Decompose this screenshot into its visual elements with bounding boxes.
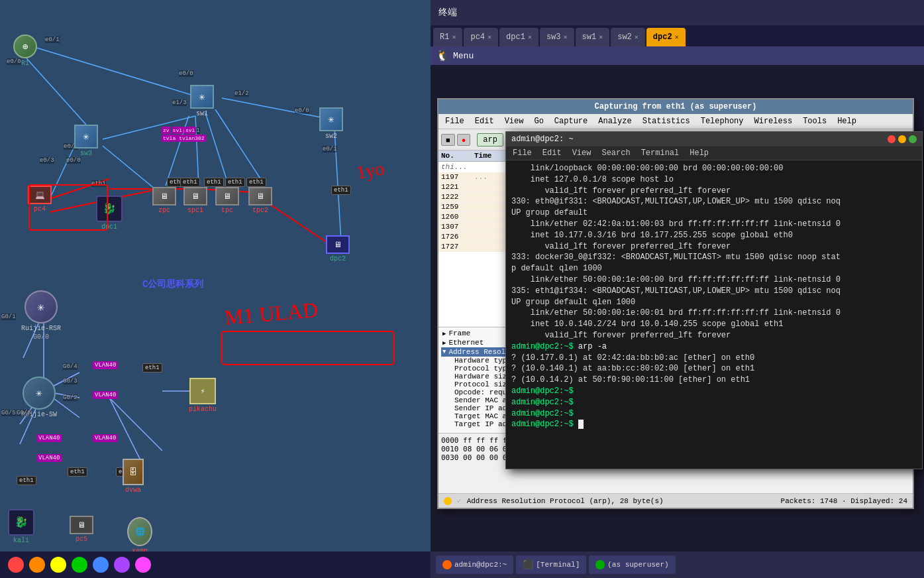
term-menu-help[interactable]: Help [687, 148, 711, 158]
ws-menu-tools[interactable]: Tools [799, 115, 831, 127]
eth-badge-4: eth1 [204, 178, 224, 187]
node-spc1[interactable]: 🖥 spc1 [183, 187, 207, 214]
label-pikachu: pikachu [189, 406, 217, 413]
ws-menu-analyze[interactable]: Analyze [594, 115, 635, 127]
node-zpc[interactable]: 🖥 zpc [152, 187, 176, 214]
iface-e00-sw2: e0/0 [295, 107, 309, 114]
label-sw3: sw3 [80, 150, 92, 157]
ws-menu-wireless[interactable]: Wireless [750, 115, 797, 127]
node-sw3[interactable]: ✳ sw3 [74, 125, 98, 157]
ws-menu-view[interactable]: View [501, 115, 528, 127]
pc-icon-pikachu: ⚡ [189, 378, 216, 404]
tab-close-sw3[interactable]: ✕ [564, 33, 568, 41]
terminal-window-controls[interactable] [888, 135, 917, 143]
ws-menu-help[interactable]: Help [833, 115, 860, 127]
tab-sw3[interactable]: sw3 ✕ [540, 28, 574, 46]
taskbar-term-app[interactable]: ⬛ [Terminal] [516, 555, 586, 574]
indicator-2[interactable] [50, 557, 66, 573]
tab-close-r1[interactable]: ✕ [452, 33, 456, 41]
iface-e12: e1/2 [234, 90, 249, 97]
indicator-3[interactable] [72, 557, 87, 573]
iface-e13: e1/3 [172, 99, 187, 106]
terminal-body[interactable]: link/loopback 00:00:00:00:00:00 brd 00:0… [506, 160, 922, 469]
ws-menu-go[interactable]: Go [530, 115, 547, 127]
maximize-icon[interactable] [909, 135, 917, 143]
term-line-1: inet 127.0.0.1/8 scope host lo [511, 174, 917, 186]
tab-dpc1[interactable]: dpc1 ✕ [499, 28, 539, 46]
indicator-1[interactable] [29, 557, 45, 573]
tab-pc4[interactable]: pc4 ✕ [464, 28, 498, 46]
ws-filter-display[interactable]: arp [477, 133, 503, 146]
node-tpc[interactable]: 🖥 tpc [215, 187, 239, 214]
tab-bar[interactable]: R1 ✕ pc4 ✕ dpc1 ✕ sw3 ✕ sw1 ✕ sw2 ✕ dpc2… [431, 25, 924, 46]
term-line-3: 330: eth0@if331: <BROADCAST,MULTICAST,UP… [511, 196, 917, 207]
ws-menu-statistics[interactable]: Statistics [639, 115, 694, 127]
label-sw1: sw1 [196, 110, 208, 117]
ws-menu-edit[interactable]: Edit [471, 115, 498, 127]
tab-close-dpc2[interactable]: ✕ [675, 33, 679, 41]
minimize-icon[interactable] [898, 135, 906, 143]
tab-close-sw2[interactable]: ✕ [635, 33, 639, 41]
wireshark-title: Capturing from eth1 (as superuser) [595, 102, 757, 111]
ws-menu-file[interactable]: File [441, 115, 468, 127]
term-line-19: ? (10.0.14.2) at 50:f0:90:00:11:00 [ethe… [511, 375, 917, 386]
ws-menu-capture[interactable]: Capture [550, 115, 591, 127]
tab-close-dpc1[interactable]: ✕ [528, 33, 532, 41]
terminal-cursor [578, 420, 584, 429]
term-line-20: admin@dpc2:~$ [511, 386, 917, 397]
term-menu-view[interactable]: View [570, 148, 594, 158]
tab-dpc2[interactable]: dpc2 ✕ [646, 28, 686, 46]
iface-g04: G0/4 [63, 363, 77, 370]
close-icon[interactable] [888, 135, 896, 143]
taskbar-label-term: [Terminal] [536, 561, 580, 569]
label-dpc2: dpc2 [330, 255, 346, 262]
term-line-11: 335: eth1@if334: <BROADCAST,MULTICAST,UP… [511, 286, 917, 297]
term-menu-terminal[interactable]: Terminal [639, 148, 682, 158]
kali-icon: 🐉 [8, 509, 34, 536]
node-dpc2[interactable]: 🖥 dpc2 [326, 235, 350, 262]
node-xamp[interactable]: 🌐 xamp [127, 517, 152, 555]
term-line-15: valid_lft forever preferred_lft forever [511, 330, 917, 341]
term-line-18: ? (10.0.140.1) at aa:bb:cc:80:02:00 [eth… [511, 363, 917, 375]
iface-g05: G0/5 [1, 410, 16, 416]
ws-btn-stop[interactable]: ■ [441, 134, 455, 146]
tab-close-pc4[interactable]: ✕ [488, 33, 491, 41]
node-ruijie-rsr[interactable]: ✳ Ruijie-RSR G0/0 [21, 290, 61, 341]
term-menu-file[interactable]: File [510, 148, 535, 158]
terminal-menu-bar[interactable]: File Edit View Search Terminal Help [506, 146, 922, 160]
tab-sw2[interactable]: sw2 ✕ [611, 28, 645, 46]
taskbar-terminal[interactable]: admin@dpc2:~ [436, 555, 513, 574]
term-line-23[interactable]: admin@dpc2:~$ [511, 419, 917, 430]
indicator-6[interactable] [135, 557, 151, 573]
wireshark-menu-bar[interactable]: File Edit View Go Capture Analyze Statis… [438, 114, 913, 129]
indicator-0[interactable] [8, 557, 24, 573]
node-sw1[interactable]: ✳ sw1 [190, 85, 214, 117]
term-line-5: link/ether 02:42:0a:b1:00:03 brd ff:ff:f… [511, 219, 917, 230]
terminal-title-bar: admin@dpc2: ~ [506, 132, 922, 146]
node-sw2[interactable]: ✳ sw2 [319, 107, 343, 140]
node-pikachu[interactable]: ⚡ pikachu [189, 378, 217, 413]
node-tpc2[interactable]: 🖥 tpc2 [248, 187, 272, 214]
term-menu-search[interactable]: Search [599, 148, 633, 158]
ws-btn-rec[interactable]: ● [457, 134, 471, 146]
indicator-4[interactable] [93, 557, 109, 573]
node-dvwa[interactable]: 🗄 dvwa [123, 459, 144, 494]
label-pc5: pc5 [76, 536, 87, 543]
menu-label[interactable]: Menu [453, 51, 474, 61]
tab-sw1[interactable]: sw1 ✕ [576, 28, 610, 46]
tab-close-sw1[interactable]: ✕ [599, 33, 603, 41]
taskbar-superuser[interactable]: (as superuser) [589, 555, 675, 574]
ws-menu-telephony[interactable]: Telephony [697, 115, 748, 127]
node-kali[interactable]: 🐉 kali [8, 509, 34, 544]
col-no: No. [441, 152, 474, 160]
arrow-arp: ▼ [442, 349, 446, 355]
term-menu-edit[interactable]: Edit [540, 148, 564, 158]
node-r1[interactable]: ⊕ R1 [13, 34, 37, 67]
node-pc5[interactable]: 🖥 pc5 [70, 516, 93, 543]
indicator-5[interactable] [114, 557, 130, 573]
term-line-7: valid_lft forever preferred_lft forever [511, 241, 917, 253]
pc-icon-pc5: 🖥 [70, 516, 93, 534]
term-line-12: UP group default qlen 1000 [511, 297, 917, 308]
label-spc1: spc1 [187, 207, 203, 214]
tab-r1[interactable]: R1 ✕ [433, 28, 462, 46]
